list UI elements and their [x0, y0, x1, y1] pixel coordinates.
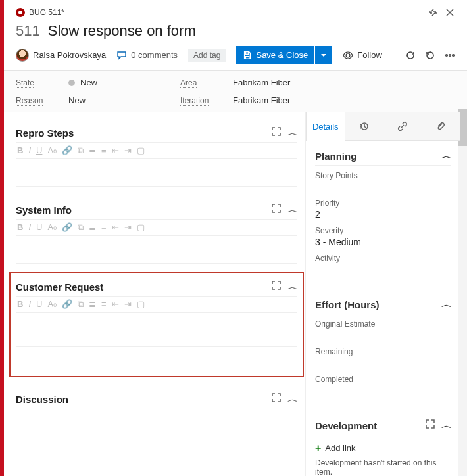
- refresh-icon[interactable]: [405, 50, 416, 60]
- development-title: Development: [315, 420, 377, 431]
- follow-label: Follow: [357, 50, 382, 60]
- save-dropdown-button[interactable]: [315, 46, 332, 64]
- effort-title: Effort (Hours): [315, 299, 380, 310]
- chevron-up-icon[interactable]: ︿: [441, 152, 451, 160]
- svg-point-3: [453, 54, 455, 56]
- original-estimate-field[interactable]: [315, 330, 451, 341]
- state-value: New: [80, 78, 97, 87]
- bug-icon: [16, 8, 25, 17]
- follow-button[interactable]: Follow: [343, 50, 382, 60]
- completed-field[interactable]: [315, 385, 451, 396]
- customer-request-section: Customer Request ︿ BIUA₀🔗⧉≣≡⇤⇥▢: [9, 272, 304, 377]
- remaining-label: Remaining: [315, 347, 451, 356]
- customer-request-title: Customer Request: [16, 281, 103, 293]
- assignee-picker[interactable]: Raisa Pokrovskaya: [16, 49, 106, 62]
- tab-attachments[interactable]: [422, 112, 461, 140]
- repro-steps-title: Repro Steps: [16, 128, 74, 139]
- activity-field[interactable]: [315, 264, 451, 275]
- development-note: Development hasn't started on this item.: [315, 458, 451, 476]
- activity-label: Activity: [315, 254, 451, 263]
- repro-steps-editor[interactable]: [16, 159, 297, 187]
- chevron-up-icon[interactable]: ︿: [441, 300, 451, 309]
- rich-text-toolbar[interactable]: BIUA₀🔗⧉≣≡⇤⇥▢: [16, 296, 297, 313]
- discussion-section: Discussion ︿: [16, 389, 297, 408]
- planning-title: Planning: [315, 151, 356, 162]
- assignee-name: Raisa Pokrovskaya: [33, 50, 106, 60]
- accent-bar: [0, 0, 4, 476]
- svg-point-0: [346, 53, 350, 57]
- system-info-title: System Info: [16, 204, 72, 216]
- chevron-up-icon[interactable]: ︿: [287, 283, 297, 291]
- chevron-up-icon[interactable]: ︿: [287, 129, 297, 137]
- area-picker[interactable]: Fabrikam Fiber: [233, 78, 455, 87]
- more-actions-icon[interactable]: [445, 50, 455, 60]
- maximize-icon[interactable]: [272, 281, 281, 293]
- reason-label: Reason: [16, 96, 62, 105]
- iteration-picker[interactable]: Fabrikam Fiber: [233, 95, 455, 105]
- work-item-title[interactable]: Slow response on form: [48, 22, 196, 39]
- iteration-label: Iteration: [180, 96, 226, 105]
- story-points-field[interactable]: [315, 181, 451, 192]
- severity-label: Severity: [315, 226, 451, 235]
- avatar: [16, 49, 29, 62]
- customer-request-editor[interactable]: [16, 313, 297, 347]
- tab-links[interactable]: [383, 112, 422, 140]
- chevron-up-icon[interactable]: ︿: [287, 395, 297, 404]
- severity-field[interactable]: 3 - Medium: [315, 237, 451, 247]
- area-label: Area: [180, 78, 226, 87]
- chevron-up-icon[interactable]: ︿: [441, 421, 451, 430]
- add-link-button[interactable]: + Add link: [315, 440, 451, 458]
- save-and-close-label: Save & Close: [256, 50, 308, 60]
- window-tab-label: BUG 511*: [29, 8, 64, 17]
- svg-point-2: [449, 54, 451, 56]
- tab-history[interactable]: [345, 112, 384, 140]
- add-link-label: Add link: [325, 443, 355, 453]
- revert-icon[interactable]: [425, 50, 435, 60]
- priority-label: Priority: [315, 199, 451, 208]
- work-item-id: 511: [16, 22, 40, 39]
- story-points-label: Story Points: [315, 171, 451, 180]
- maximize-icon[interactable]: [272, 127, 281, 139]
- state-label: State: [16, 78, 62, 87]
- system-info-section: System Info ︿ BIUA₀🔗⧉≣≡⇤⇥▢: [16, 200, 297, 264]
- original-estimate-label: Original Estimate: [315, 320, 451, 329]
- comments-label: 0 comments: [131, 50, 178, 60]
- plus-icon: +: [315, 444, 321, 453]
- discussion-title: Discussion: [16, 394, 68, 405]
- add-tag-button[interactable]: Add tag: [188, 49, 226, 62]
- maximize-icon[interactable]: [272, 393, 281, 406]
- chevron-up-icon[interactable]: ︿: [287, 206, 297, 214]
- state-picker[interactable]: New: [68, 78, 174, 87]
- tab-details[interactable]: Details: [306, 112, 345, 140]
- system-info-editor[interactable]: [16, 236, 297, 264]
- comments-button[interactable]: 0 comments: [116, 50, 178, 60]
- svg-point-1: [446, 54, 448, 56]
- close-icon[interactable]: [445, 7, 455, 18]
- repro-steps-section: Repro Steps ︿ BIUA₀🔗⧉≣≡⇤⇥▢: [16, 123, 297, 187]
- tab-details-label: Details: [312, 122, 339, 131]
- rich-text-toolbar[interactable]: BIUA₀🔗⧉≣≡⇤⇥▢: [16, 142, 297, 159]
- remaining-field[interactable]: [315, 358, 451, 368]
- window-tab[interactable]: BUG 511*: [16, 8, 64, 17]
- completed-label: Completed: [315, 375, 451, 384]
- state-dot-icon: [68, 80, 75, 86]
- priority-field[interactable]: 2: [315, 209, 451, 220]
- reason-picker[interactable]: New: [68, 95, 174, 105]
- maximize-icon[interactable]: [272, 204, 281, 216]
- metadata-panel: State New Area Fabrikam Fiber Reason New…: [4, 70, 467, 112]
- maximize-icon[interactable]: [426, 419, 435, 432]
- fullscreen-icon[interactable]: [428, 7, 438, 18]
- rich-text-toolbar[interactable]: BIUA₀🔗⧉≣≡⇤⇥▢: [16, 219, 297, 236]
- save-and-close-button[interactable]: Save & Close: [236, 46, 314, 64]
